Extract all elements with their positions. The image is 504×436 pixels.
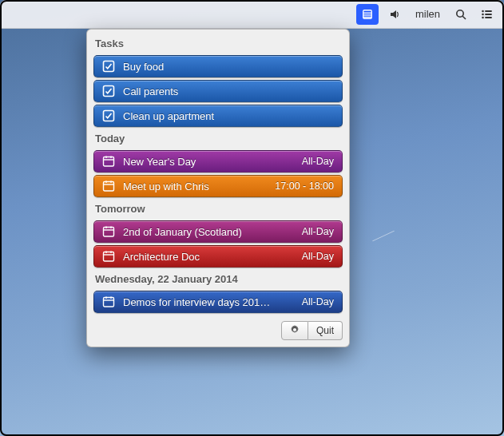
section-header: Wednesday, 22 January 2014 xyxy=(93,270,343,288)
event-row[interactable]: Architecture Doc All-Day xyxy=(93,245,343,268)
event-time: All-Day xyxy=(302,156,334,167)
section-header: Tomorrow xyxy=(93,200,343,218)
event-row[interactable]: New Year's Day All-Day xyxy=(93,150,343,172)
settings-button[interactable] xyxy=(281,321,308,340)
event-title: 2nd of January (Scotland) xyxy=(123,226,294,238)
event-time: All-Day xyxy=(302,296,334,307)
event-row[interactable]: Demos for interview days 201… All-Day xyxy=(93,291,343,313)
svg-point-8 xyxy=(482,13,484,15)
svg-rect-23 xyxy=(104,228,114,237)
event-time: 17:00 - 18:00 xyxy=(275,180,334,192)
quit-button[interactable]: Quit xyxy=(308,321,343,340)
section-header: Today xyxy=(93,129,343,148)
gear-icon xyxy=(290,325,300,337)
event-title: Architecture Doc xyxy=(123,251,294,263)
svg-line-5 xyxy=(462,16,466,19)
svg-rect-15 xyxy=(104,157,114,167)
quit-label: Quit xyxy=(316,325,334,336)
event-title: Meet up with Chris xyxy=(123,180,267,192)
calendar-icon xyxy=(102,225,115,238)
checkbox-icon xyxy=(102,85,115,97)
checkbox-icon xyxy=(102,109,115,122)
svg-point-4 xyxy=(457,10,463,16)
svg-rect-27 xyxy=(104,252,114,262)
checkbox-icon xyxy=(102,60,115,73)
task-row[interactable]: Clean up apartment xyxy=(93,105,343,127)
panel-footer: Quit xyxy=(93,321,343,340)
calendar-icon xyxy=(102,250,115,263)
task-title: Clean up apartment xyxy=(123,110,334,122)
event-title: Demos for interview days 201… xyxy=(123,296,294,308)
task-row[interactable]: Call parents xyxy=(93,80,343,102)
desktop-streak xyxy=(372,231,395,242)
svg-point-6 xyxy=(482,10,484,12)
calendar-icon xyxy=(102,180,115,192)
calendar-icon xyxy=(102,155,115,168)
svg-rect-19 xyxy=(104,182,114,192)
calendar-icon xyxy=(102,295,115,308)
volume-icon[interactable] xyxy=(387,6,403,22)
event-row[interactable]: 2nd of January (Scotland) All-Day xyxy=(93,220,343,243)
event-time: All-Day xyxy=(302,251,334,262)
svg-rect-31 xyxy=(104,298,114,307)
event-time: All-Day xyxy=(302,226,334,237)
notification-center-icon[interactable] xyxy=(478,6,494,22)
app-menubar-icon[interactable] xyxy=(358,6,377,23)
section-header: Tasks xyxy=(93,34,343,53)
menubar: milen xyxy=(0,0,504,29)
menubar-username[interactable]: milen xyxy=(412,8,443,20)
svg-point-10 xyxy=(482,16,484,18)
popover-panel: Tasks Buy food Call parents Clean up apa… xyxy=(86,29,350,347)
spotlight-icon[interactable] xyxy=(453,6,469,22)
task-title: Call parents xyxy=(123,85,334,97)
task-row[interactable]: Buy food xyxy=(93,55,343,77)
task-title: Buy food xyxy=(123,61,334,73)
event-row[interactable]: Meet up with Chris 17:00 - 18:00 xyxy=(93,175,343,197)
event-title: New Year's Day xyxy=(123,156,294,168)
